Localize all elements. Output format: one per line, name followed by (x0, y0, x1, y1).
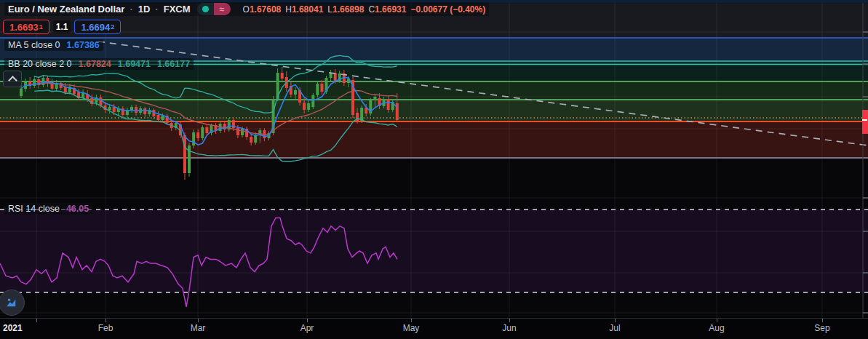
compare-wave-icon: ≈ (214, 3, 231, 15)
bb-lower-value: 1.66177 (157, 59, 190, 69)
open-label: O (243, 4, 250, 15)
x-axis-label: Mar (191, 323, 206, 333)
x-axis-label: May (403, 323, 420, 333)
last-price-marker (862, 110, 868, 134)
trading-chart-app: Euro / New Zealand Dollar · 1D · FXCM ≈ … (0, 0, 868, 339)
bid-price-sup: 1 (39, 23, 43, 31)
chevron-up-icon (8, 76, 17, 85)
open-value: 1.67608 (250, 4, 281, 15)
close-label: C (368, 4, 375, 15)
x-axis-tick (509, 319, 510, 322)
close-value: 1.66931 (375, 4, 406, 15)
ma-value: 1.67386 (67, 40, 100, 50)
x-axis-label: 2021 (3, 323, 23, 333)
ask-price: 1.6694 (81, 22, 110, 33)
title-separator: · (130, 4, 132, 15)
low-label: L (327, 4, 333, 15)
legend-ma[interactable]: MA 5 close 0 1.67386 (4, 39, 103, 51)
x-axis-label: Jul (609, 323, 620, 333)
ask-price-sup: 2 (111, 23, 114, 31)
symbol-info-bar: Euro / New Zealand Dollar · 1D · FXCM ≈ … (4, 2, 489, 16)
rsi-value: 46.05 (66, 204, 89, 214)
high-label: H (285, 4, 292, 15)
bb-upper-value: 1.69471 (118, 59, 151, 69)
x-axis-label: Feb (98, 323, 114, 333)
legend-rsi[interactable]: RSI 14 close 46.05 (4, 203, 92, 215)
time-axis[interactable]: 2021FebMarAprMayJunJulAugSep (0, 318, 868, 339)
x-axis-tick (615, 319, 616, 322)
bid-price: 1.6693 (9, 22, 39, 33)
exchange-label[interactable]: FXCM (164, 4, 191, 15)
bb-label: BB 20 close 2 0 (8, 59, 72, 69)
symbol-title[interactable]: Euro / New Zealand Dollar (8, 4, 124, 15)
quote-row: 1.66931 1.1 1.66942 (3, 20, 121, 34)
market-status-dot-icon (197, 3, 214, 15)
x-axis-tick (411, 319, 412, 322)
x-axis-label: Jun (502, 323, 516, 333)
change-value: −0.00677 (−0.40%) (410, 4, 485, 15)
x-axis-tick (307, 319, 308, 322)
market-status-toggle[interactable]: ≈ (197, 3, 231, 15)
legend-bb[interactable]: BB 20 close 2 0 1.67824 1.69471 1.66177 (4, 58, 194, 70)
x-axis-label: Sep (814, 323, 829, 333)
x-axis-tick (717, 319, 717, 322)
x-axis-tick (822, 319, 823, 322)
x-axis-label: Apr (300, 323, 314, 333)
x-axis-label: Aug (709, 323, 724, 333)
low-value: 1.66898 (333, 4, 364, 15)
price-chart-canvas[interactable] (0, 0, 868, 339)
sell-bid-button[interactable]: 1.66931 (3, 20, 49, 34)
ohlc-readout: O1.67608 H1.68041 L1.66898 C1.66931 −0.0… (243, 4, 486, 15)
bb-basis-value: 1.67824 (79, 59, 111, 69)
pane-collapse-button[interactable] (3, 71, 22, 87)
x-axis-tick (36, 319, 37, 322)
title-separator: · (155, 4, 158, 15)
high-value: 1.68041 (292, 4, 323, 15)
rsi-label: RSI 14 close (8, 204, 60, 214)
timeframe-label[interactable]: 1D (138, 4, 151, 15)
chart-image-icon (5, 296, 18, 309)
x-axis-tick (105, 319, 106, 322)
ma-label: MA 5 close 0 (8, 40, 60, 50)
price-marker-dash (862, 119, 867, 121)
buy-ask-button[interactable]: 1.66942 (74, 20, 121, 34)
spread-value: 1.1 (53, 20, 71, 33)
symbol-title-group: Euro / New Zealand Dollar · 1D · FXCM ≈ … (4, 2, 489, 16)
x-axis-tick (198, 319, 199, 322)
